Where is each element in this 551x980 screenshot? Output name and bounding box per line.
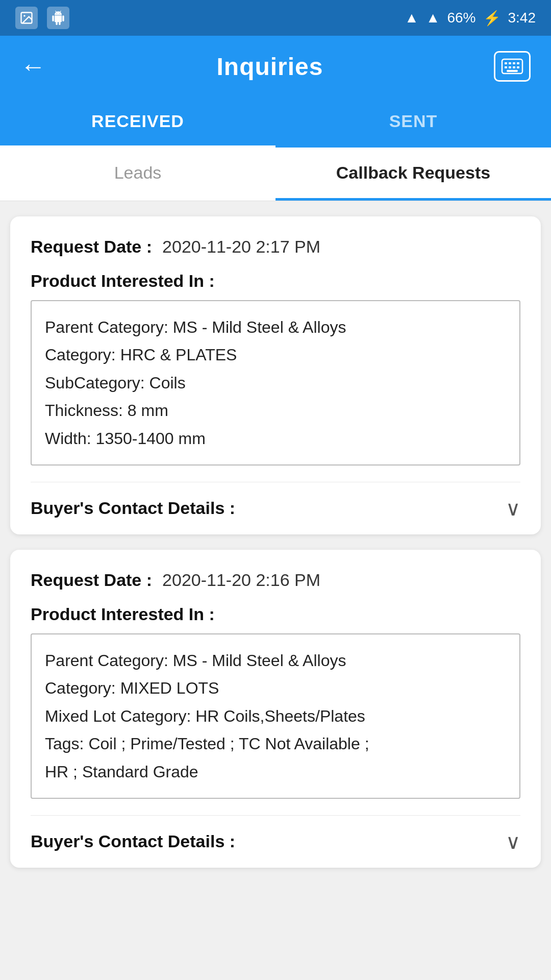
- tab-callback-requests[interactable]: Callback Requests: [276, 148, 551, 201]
- request-date-label-1: Request Date :: [31, 237, 152, 257]
- svg-rect-9: [513, 66, 515, 68]
- battery-percent: 66%: [447, 10, 475, 26]
- svg-rect-4: [509, 62, 511, 64]
- product-label-1: Product Interested In :: [31, 271, 520, 291]
- main-tabs: RECEIVED SENT: [0, 97, 551, 148]
- svg-rect-6: [517, 62, 519, 64]
- product-label-2: Product Interested In :: [31, 604, 520, 624]
- app-bar: ← Inquiries: [0, 36, 551, 97]
- status-bar: ▲ ▲ 66% ⚡ 3:42: [0, 0, 551, 36]
- inquiry-card-2: Request Date : 2020-11-20 2:16 PM Produc…: [10, 550, 541, 868]
- svg-rect-10: [517, 66, 519, 68]
- product-details-2: Parent Category: MS - Mild Steel & Alloy…: [31, 633, 520, 799]
- status-bar-left: [15, 7, 69, 29]
- svg-rect-8: [509, 66, 511, 68]
- time-display: 3:42: [508, 10, 536, 26]
- svg-rect-11: [507, 70, 518, 72]
- request-date-label-2: Request Date :: [31, 570, 152, 590]
- svg-rect-5: [513, 62, 515, 64]
- request-date-row-1: Request Date : 2020-11-20 2:17 PM: [31, 237, 520, 257]
- svg-rect-7: [505, 66, 507, 68]
- contact-details-row-1[interactable]: Buyer's Contact Details : ∨: [31, 482, 520, 534]
- sub-tabs: Leads Callback Requests: [0, 148, 551, 201]
- chevron-down-icon-2: ∨: [506, 830, 520, 853]
- product-details-1: Parent Category: MS - Mild Steel & Alloy…: [31, 300, 520, 465]
- inquiry-card-1: Request Date : 2020-11-20 2:17 PM Produc…: [10, 216, 541, 534]
- svg-rect-3: [505, 62, 507, 64]
- tab-leads[interactable]: Leads: [0, 148, 276, 201]
- content-area: Request Date : 2020-11-20 2:17 PM Produc…: [0, 201, 551, 883]
- page-title: Inquiries: [216, 53, 323, 81]
- contact-label-1: Buyer's Contact Details :: [31, 498, 235, 518]
- wifi-icon: ▲: [405, 10, 419, 26]
- android-icon: [47, 7, 69, 29]
- tab-sent[interactable]: SENT: [276, 97, 551, 148]
- request-date-value-2: 2020-11-20 2:16 PM: [162, 570, 320, 590]
- back-button[interactable]: ←: [20, 52, 46, 81]
- svg-point-1: [23, 15, 26, 17]
- contact-details-row-2[interactable]: Buyer's Contact Details : ∨: [31, 815, 520, 868]
- product-details-text-2: Parent Category: MS - Mild Steel & Alloy…: [45, 651, 369, 781]
- keyboard-icon[interactable]: [494, 51, 531, 82]
- request-date-value-1: 2020-11-20 2:17 PM: [162, 237, 320, 257]
- tab-received[interactable]: RECEIVED: [0, 97, 276, 148]
- request-date-row-2: Request Date : 2020-11-20 2:16 PM: [31, 570, 520, 590]
- product-details-text-1: Parent Category: MS - Mild Steel & Alloy…: [45, 318, 346, 448]
- charging-icon: ⚡: [483, 10, 501, 27]
- image-icon: [15, 7, 38, 29]
- signal-icon: ▲: [426, 10, 440, 26]
- status-bar-right: ▲ ▲ 66% ⚡ 3:42: [405, 10, 536, 27]
- contact-label-2: Buyer's Contact Details :: [31, 831, 235, 851]
- chevron-down-icon-1: ∨: [506, 497, 520, 520]
